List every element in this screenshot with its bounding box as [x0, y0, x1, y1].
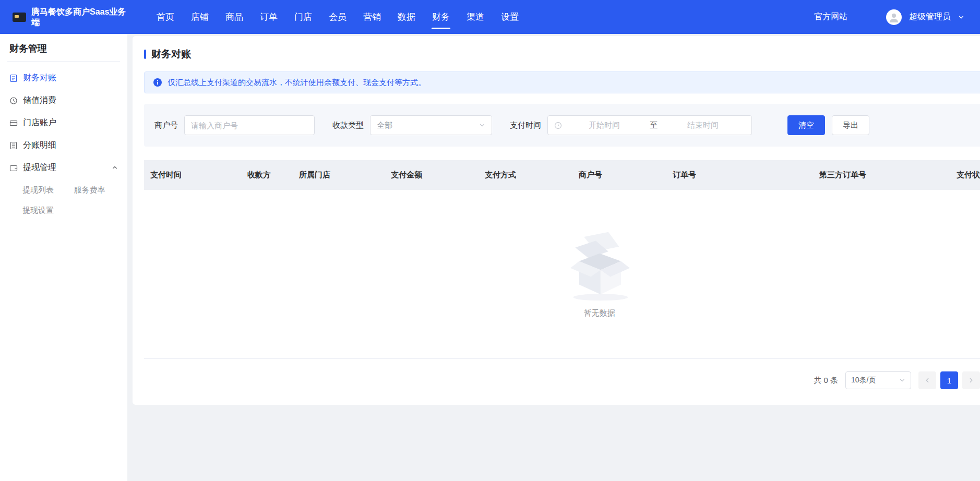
- next-page-button[interactable]: [962, 371, 980, 389]
- user-menu-chevron-down-icon[interactable]: [958, 14, 964, 20]
- merchant-id-label: 商户号: [154, 121, 178, 130]
- nav-item-settings[interactable]: 设置: [493, 0, 527, 34]
- sidebar-title: 财务管理: [7, 34, 120, 62]
- brand-logo-icon: [13, 13, 26, 22]
- official-site-link[interactable]: 官方网站: [814, 11, 847, 22]
- empty-state: 暂无数据: [144, 190, 980, 359]
- title-accent-bar: [144, 50, 146, 59]
- prev-page-button[interactable]: [918, 371, 936, 389]
- col-store: 所属门店: [293, 170, 385, 180]
- person-icon: [888, 11, 900, 23]
- chevron-up-icon: [112, 163, 118, 173]
- chevron-down-icon: [479, 122, 485, 128]
- page-title: 财务对账: [144, 47, 980, 61]
- filter-bar: 商户号 收款类型 全部 支付时间: [144, 104, 980, 147]
- sidebar: 财务管理 财务对账 储值消费 门店账户: [0, 34, 127, 481]
- chevron-down-icon: [899, 377, 905, 383]
- chevron-left-icon: [924, 377, 930, 383]
- clock-icon: [554, 122, 562, 129]
- chevron-right-icon: [968, 377, 974, 383]
- nav-item-marketing[interactable]: 营销: [355, 0, 389, 34]
- total-count: 共 0 条: [814, 376, 838, 386]
- sidebar-subitem-service-rate[interactable]: 服务费率: [74, 180, 123, 200]
- finance-reconciliation-card: 财务对账 仅汇总线上支付渠道的交易流水，不统计使用余额支付、现金支付等方式。 商…: [133, 36, 980, 405]
- store-account-icon: [9, 119, 18, 127]
- info-alert: 仅汇总线上支付渠道的交易流水，不统计使用余额支付、现金支付等方式。: [144, 71, 980, 93]
- main-nav: 首页 店铺 商品 订单 门店 会员 营销 数据 财务 渠道 设置: [148, 0, 527, 34]
- table-header-row: 支付时间 收款方 所属门店 支付金额 支付方式 商户号 订单号 第三方订单号 支…: [144, 160, 980, 190]
- info-icon: [153, 78, 162, 87]
- nav-item-shop[interactable]: 店铺: [183, 0, 217, 34]
- start-time-placeholder: 开始时间: [562, 121, 647, 130]
- nav-item-channels[interactable]: 渠道: [458, 0, 493, 34]
- active-tab-indicator: [432, 28, 450, 29]
- sidebar-item-finance-reconciliation[interactable]: 财务对账: [0, 67, 127, 89]
- range-separator: 至: [647, 121, 661, 130]
- sidebar-menu: 财务对账 储值消费 门店账户 分账明细: [0, 62, 127, 222]
- sidebar-item-stored-value[interactable]: 储值消费: [0, 89, 127, 112]
- navbar-right: 官方网站 超级管理员: [814, 9, 980, 25]
- sidebar-subitem-withdraw-settings[interactable]: 提现设置: [22, 200, 71, 221]
- reconciliation-table: 支付时间 收款方 所属门店 支付金额 支付方式 商户号 订单号 第三方订单号 支…: [144, 160, 980, 359]
- sidebar-item-withdraw-management[interactable]: 提现管理: [0, 157, 127, 179]
- page-layout: 财务管理 财务对账 储值消费 门店账户: [0, 34, 980, 481]
- payment-time-range-picker[interactable]: 开始时间 至 结束时间: [547, 115, 752, 135]
- col-amount: 支付金额: [385, 170, 479, 180]
- pager: 1: [918, 371, 980, 389]
- brand: 腾马餐饮多商户Saas业务端: [0, 7, 127, 28]
- nav-item-finance[interactable]: 财务: [424, 0, 458, 34]
- payment-type-label: 收款类型: [332, 121, 364, 130]
- merchant-id-input[interactable]: [184, 115, 315, 135]
- empty-text: 暂无数据: [584, 308, 615, 318]
- nav-item-home[interactable]: 首页: [148, 0, 183, 34]
- split-detail-icon: [9, 141, 18, 150]
- ledger-icon: [9, 74, 18, 82]
- col-payment-time: 支付时间: [144, 170, 241, 180]
- nav-item-data[interactable]: 数据: [389, 0, 424, 34]
- nav-item-members[interactable]: 会员: [320, 0, 355, 34]
- nav-item-stores[interactable]: 门店: [286, 0, 320, 34]
- col-payee: 收款方: [241, 170, 293, 180]
- page-number-1[interactable]: 1: [940, 371, 958, 389]
- empty-box-illustration: [558, 230, 641, 303]
- clear-button[interactable]: 清空: [787, 115, 825, 135]
- col-payment-status: 支付状态: [950, 170, 980, 180]
- payment-type-select[interactable]: 全部: [370, 115, 492, 135]
- alert-text: 仅汇总线上支付渠道的交易流水，不统计使用余额支付、现金支付等方式。: [168, 78, 426, 88]
- col-order-id: 订单号: [666, 170, 813, 180]
- user-avatar[interactable]: [886, 9, 902, 25]
- payment-time-label: 支付时间: [510, 121, 541, 130]
- app-title: 腾马餐饮多商户Saas业务端: [31, 7, 126, 28]
- sidebar-subitem-withdraw-list[interactable]: 提现列表: [22, 180, 71, 200]
- stored-value-icon: [9, 97, 18, 105]
- top-navbar: 腾马餐饮多商户Saas业务端 首页 店铺 商品 订单 门店 会员 营销 数据 财…: [0, 0, 980, 34]
- withdraw-submenu: 提现列表 服务费率 提现设置: [0, 179, 127, 222]
- sidebar-item-split-detail[interactable]: 分账明细: [0, 134, 127, 157]
- sidebar-item-store-account[interactable]: 门店账户: [0, 112, 127, 134]
- pagination: 共 0 条 10条/页 1 前往: [144, 371, 980, 389]
- page-size-select[interactable]: 10条/页: [845, 371, 911, 389]
- nav-item-goods[interactable]: 商品: [217, 0, 252, 34]
- col-third-party-order-id: 第三方订单号: [813, 170, 950, 180]
- end-time-placeholder: 结束时间: [661, 121, 745, 130]
- col-payment-method: 支付方式: [479, 170, 572, 180]
- export-button[interactable]: 导出: [832, 115, 869, 135]
- col-merchant-id: 商户号: [572, 170, 666, 180]
- main-content: 财务对账 仅汇总线上支付渠道的交易流水，不统计使用余额支付、现金支付等方式。 商…: [127, 34, 980, 481]
- withdraw-icon: [9, 164, 18, 172]
- current-user-name[interactable]: 超级管理员: [909, 11, 951, 22]
- nav-item-orders[interactable]: 订单: [252, 0, 286, 34]
